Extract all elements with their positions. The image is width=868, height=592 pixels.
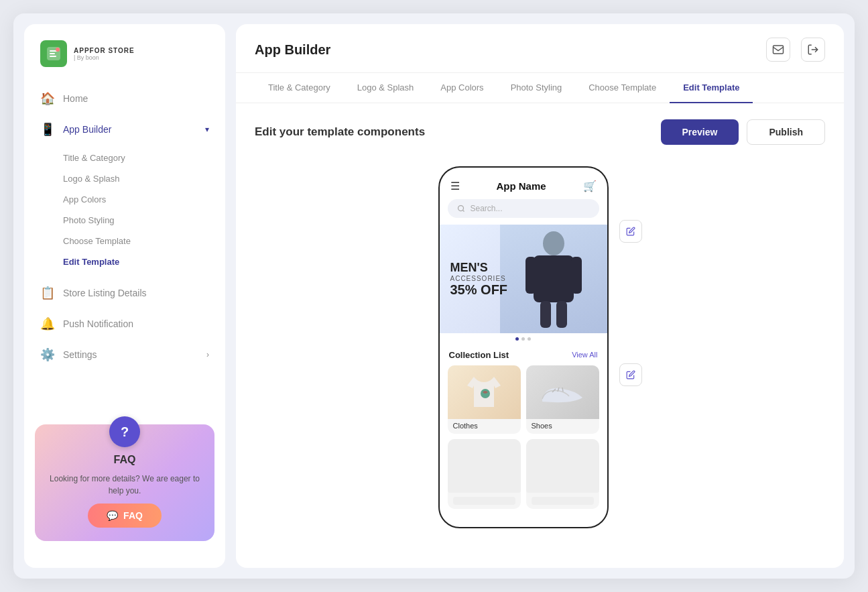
sidebar-item-store-listing[interactable]: 📋 Store Listing Details	[24, 278, 225, 308]
main-inner: App Builder	[236, 24, 844, 568]
svg-rect-6	[525, 257, 536, 294]
phone-carousel-dots	[440, 333, 607, 345]
logo-app-for: APPFOR STORE	[74, 47, 135, 54]
tab-title-category[interactable]: Title & Category	[255, 73, 344, 103]
svg-point-4	[543, 231, 564, 255]
phone-collection-title: Collection List	[449, 350, 509, 360]
chevron-down-icon: ▾	[205, 125, 209, 134]
page-title: App Builder	[255, 42, 330, 68]
tabs-bar: Title & Category Logo & Splash App Color…	[236, 73, 844, 103]
sidebar-item-logo-splash[interactable]: Logo & Splash	[24, 168, 225, 189]
publish-button[interactable]: Publish	[747, 119, 825, 145]
cart-icon: 🛒	[583, 180, 597, 192]
sidebar: APPFOR STORE | By boon 🏠 Home 📱 App Buil…	[24, 24, 225, 568]
tab-app-colors[interactable]: App Colors	[427, 73, 497, 103]
phone-section-header: Collection List View All	[440, 345, 607, 365]
faq-button[interactable]: 💬 FAQ	[88, 504, 162, 528]
header-icons	[766, 38, 825, 72]
edit-icons	[619, 166, 642, 386]
sidebar-item-settings[interactable]: ⚙️ Settings ›	[24, 339, 225, 370]
notification-icon: 🔔	[40, 316, 55, 331]
sidebar-item-store-listing-label: Store Listing Details	[63, 288, 147, 298]
tab-logo-splash[interactable]: Logo & Splash	[344, 73, 428, 103]
home-icon: 🏠	[40, 91, 55, 106]
faq-card: ? FAQ Looking for more details? We are e…	[35, 424, 214, 541]
store-listing-icon: 📋	[40, 286, 55, 300]
preview-button[interactable]: Preview	[661, 119, 739, 145]
phone-app-name: App Name	[496, 180, 546, 192]
logo: APPFOR STORE | By boon	[24, 40, 225, 83]
phone-preview-area: ☰ App Name 🛒 Search...	[255, 161, 825, 528]
skeleton-label-1	[453, 497, 515, 505]
faq-description: Looking for more details? We are eager t…	[48, 473, 201, 497]
settings-icon: ⚙️	[40, 347, 55, 362]
skeleton-image-2	[526, 439, 599, 493]
phone-banner-image	[500, 225, 607, 333]
phone-collection-grid: Clothes	[440, 365, 607, 517]
main-content: App Builder	[236, 13, 855, 579]
dot-3	[528, 337, 531, 341]
chevron-right-icon: ›	[206, 350, 209, 359]
content-area: Edit your template components Preview Pu…	[236, 103, 844, 569]
content-header: Edit your template components Preview Pu…	[255, 119, 825, 145]
grid-item-skeleton-1	[448, 439, 521, 509]
svg-rect-7	[571, 257, 582, 294]
shoes-label: Shoes	[526, 419, 599, 434]
sidebar-nav: 🏠 Home 📱 App Builder ▾ Title & Category …	[24, 83, 225, 414]
phone-banner-text2: ACCESSORIES	[450, 274, 508, 282]
app-builder-icon: 📱	[40, 122, 55, 137]
edit-banner-icon[interactable]	[619, 220, 642, 243]
phone-view-all[interactable]: View All	[572, 351, 597, 359]
phone-status-bar	[440, 168, 607, 176]
sidebar-item-home[interactable]: 🏠 Home	[24, 83, 225, 114]
skeleton-label-2	[532, 497, 594, 505]
sidebar-item-push-notification-label: Push Notification	[63, 318, 133, 329]
svg-rect-9	[556, 301, 567, 328]
svg-point-1	[56, 48, 60, 52]
tab-photo-styling[interactable]: Photo Styling	[497, 73, 576, 103]
tab-choose-template[interactable]: Choose Template	[575, 73, 670, 103]
phone-banner: MEN'S ACCESSORIES 35% OFF	[440, 225, 607, 333]
phone-banner-text3: 35% OFF	[450, 282, 508, 297]
tab-edit-template[interactable]: Edit Template	[670, 73, 753, 103]
sidebar-item-edit-template[interactable]: Edit Template	[24, 251, 225, 272]
logo-icon	[40, 40, 67, 67]
svg-point-3	[458, 205, 463, 211]
main-header: App Builder	[236, 24, 844, 73]
svg-rect-8	[540, 301, 551, 328]
logout-icon[interactable]	[801, 38, 825, 62]
sidebar-item-app-builder-label: App Builder	[63, 124, 111, 135]
svg-rect-5	[534, 255, 574, 302]
faq-icon: ?	[109, 416, 140, 447]
sidebar-item-settings-label: Settings	[63, 349, 97, 360]
sidebar-item-app-colors[interactable]: App Colors	[24, 189, 225, 210]
clothes-label: Clothes	[448, 419, 521, 434]
faq-title: FAQ	[114, 454, 136, 466]
grid-item-clothes: Clothes	[448, 365, 521, 434]
dot-1	[515, 337, 519, 341]
skeleton-image-1	[448, 439, 521, 493]
phone-search-bar: Search...	[448, 199, 599, 218]
sidebar-item-choose-template[interactable]: Choose Template	[24, 231, 225, 251]
sidebar-item-app-builder[interactable]: 📱 App Builder ▾	[24, 114, 225, 145]
sub-nav: Title & Category Logo & Splash App Color…	[24, 145, 225, 278]
phone-app-header: ☰ App Name 🛒	[440, 176, 607, 199]
shoes-image	[526, 365, 599, 419]
hamburger-icon: ☰	[450, 180, 460, 192]
phone-banner-text1: MEN'S	[450, 260, 508, 274]
grid-item-skeleton-2	[526, 439, 599, 509]
content-title: Edit your template components	[255, 125, 425, 139]
edit-collection-icon[interactable]	[619, 363, 642, 386]
sidebar-item-home-label: Home	[63, 93, 88, 104]
svg-rect-2	[773, 46, 784, 54]
dot-2	[521, 337, 525, 341]
logo-by-boon: | By boon	[74, 54, 135, 61]
sidebar-item-photo-styling[interactable]: Photo Styling	[24, 210, 225, 231]
mail-icon[interactable]	[766, 38, 790, 62]
sidebar-item-push-notification[interactable]: 🔔 Push Notification	[24, 308, 225, 339]
chat-icon: 💬	[107, 510, 118, 521]
clothes-image	[448, 365, 521, 419]
sidebar-item-title-category[interactable]: Title & Category	[24, 147, 225, 168]
phone-search-placeholder: Search...	[471, 204, 503, 213]
action-buttons: Preview Publish	[661, 119, 826, 145]
